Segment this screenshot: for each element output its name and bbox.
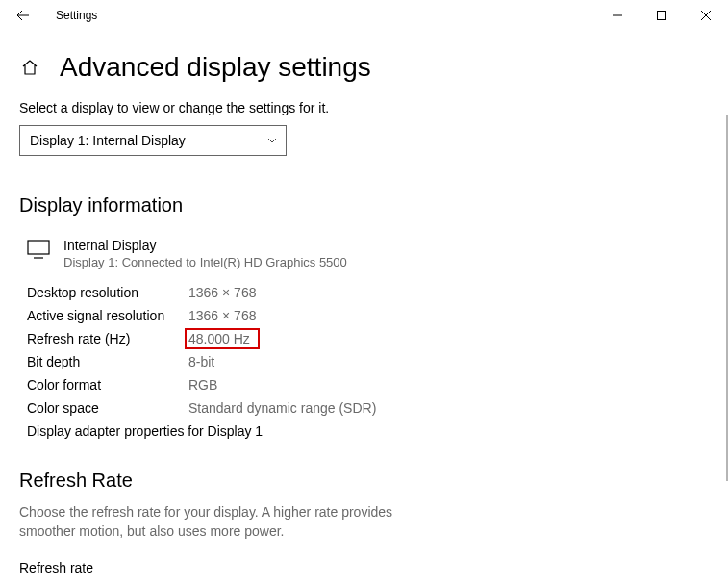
home-icon[interactable] xyxy=(19,57,40,78)
close-icon xyxy=(701,11,711,20)
svg-rect-0 xyxy=(658,12,666,20)
prop-row-color-format: Color format RGB xyxy=(27,377,709,393)
prop-label: Refresh rate (Hz) xyxy=(27,331,188,346)
prop-row-active-resolution: Active signal resolution 1366 × 768 xyxy=(27,308,709,323)
prop-value: 1366 × 768 xyxy=(188,285,256,300)
refresh-rate-helper: Choose the refresh rate for your display… xyxy=(19,503,404,541)
prop-value: 8-bit xyxy=(188,354,214,369)
maximize-button[interactable] xyxy=(640,0,684,31)
refresh-rate-heading: Refresh Rate xyxy=(19,470,709,492)
prop-row-color-space: Color space Standard dynamic range (SDR) xyxy=(27,400,709,416)
adapter-properties-link[interactable]: Display adapter properties for Display 1 xyxy=(27,423,709,439)
prop-label: Color format xyxy=(27,377,188,393)
prop-value: Standard dynamic range (SDR) xyxy=(188,400,376,416)
display-name: Internal Display xyxy=(63,238,347,253)
prop-value: RGB xyxy=(188,377,217,393)
svg-rect-1 xyxy=(28,241,49,254)
display-connection: Display 1: Connected to Intel(R) HD Grap… xyxy=(63,255,347,269)
maximize-icon xyxy=(657,11,666,20)
refresh-rate-label: Refresh rate xyxy=(19,560,709,575)
prop-row-desktop-resolution: Desktop resolution 1366 × 768 xyxy=(27,285,709,300)
select-display-text: Select a display to view or change the s… xyxy=(19,100,709,115)
prop-value: 1366 × 768 xyxy=(188,308,256,323)
minimize-icon xyxy=(613,11,622,20)
display-selector[interactable]: Display 1: Internal Display xyxy=(19,125,287,156)
page-title: Advanced display settings xyxy=(60,52,371,83)
prop-label: Active signal resolution xyxy=(27,308,188,323)
prop-row-bit-depth: Bit depth 8-bit xyxy=(27,354,709,369)
window-title: Settings xyxy=(56,9,97,22)
prop-label: Color space xyxy=(27,400,188,416)
display-selector-value: Display 1: Internal Display xyxy=(30,133,186,148)
chevron-down-icon xyxy=(266,135,278,146)
monitor-icon xyxy=(27,240,50,263)
back-button[interactable] xyxy=(10,2,37,29)
prop-label: Desktop resolution xyxy=(27,285,188,300)
prop-value-highlighted: 48.000 Hz xyxy=(185,328,260,349)
prop-label: Bit depth xyxy=(27,354,188,369)
minimize-button[interactable] xyxy=(595,0,640,31)
back-arrow-icon xyxy=(15,8,31,23)
prop-row-refresh-rate: Refresh rate (Hz) 48.000 Hz xyxy=(27,331,709,346)
display-information-heading: Display information xyxy=(19,194,709,217)
close-button[interactable] xyxy=(684,0,728,31)
